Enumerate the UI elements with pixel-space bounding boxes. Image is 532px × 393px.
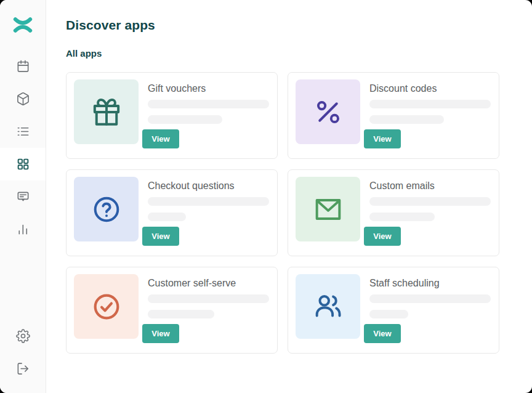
skeleton-bar	[148, 197, 269, 206]
calendar-icon	[16, 59, 30, 73]
page-title: Discover apps	[66, 18, 532, 33]
logo-icon	[12, 17, 33, 33]
sidebar-item-message[interactable]	[0, 180, 46, 213]
skeleton-bar	[148, 294, 269, 303]
view-button[interactable]: View	[142, 227, 179, 246]
sidebar-item-calendar[interactable]	[0, 50, 46, 83]
skeleton-bar	[369, 213, 435, 221]
mail-icon	[313, 194, 344, 225]
view-button[interactable]: View	[364, 227, 401, 246]
users-icon	[313, 291, 344, 322]
apps-grid: Gift vouchers View Discount codes View C…	[66, 72, 532, 354]
app-card-title: Customer self-serve	[148, 278, 270, 288]
app-card-body: Gift vouchers View	[148, 79, 270, 152]
sidebar-item-list[interactable]	[0, 115, 46, 148]
package-icon	[16, 92, 30, 106]
sidebar-item-settings[interactable]	[0, 320, 46, 352]
app-card: Gift vouchers View	[66, 72, 278, 159]
app-icon-tile	[74, 274, 139, 339]
sidebar	[0, 0, 46, 393]
app-card: Checkout questions View	[66, 169, 278, 256]
app-icon-tile	[296, 79, 360, 144]
apps-grid-icon	[16, 157, 30, 171]
app-icon-tile	[74, 177, 139, 241]
app-card-body: Staff scheduling View	[369, 274, 491, 346]
app-card-body: Customer self-serve View	[148, 274, 270, 346]
skeleton-bar	[369, 310, 408, 318]
app-window: Discover apps All apps Gift vouchers Vie…	[0, 0, 532, 393]
skeleton-bar	[369, 100, 491, 108]
settings-icon	[16, 329, 30, 343]
sidebar-item-logout[interactable]	[0, 352, 46, 385]
app-icon-tile	[296, 177, 360, 241]
view-button[interactable]: View	[142, 129, 179, 148]
view-button[interactable]: View	[142, 324, 179, 343]
app-card-title: Custom emails	[369, 180, 491, 191]
logout-icon	[16, 362, 30, 376]
app-card: Customer self-serve View	[66, 267, 278, 354]
skeleton-bar	[148, 100, 269, 108]
app-card: Custom emails View	[288, 169, 499, 256]
skeleton-bar	[369, 197, 491, 206]
view-button[interactable]: View	[364, 129, 401, 148]
app-icon-tile	[296, 274, 360, 339]
skeleton-bar	[148, 310, 214, 318]
app-card-title: Gift vouchers	[148, 83, 270, 94]
view-button[interactable]: View	[364, 324, 401, 343]
skeleton-bar	[369, 294, 491, 303]
app-card-body: Checkout questions View	[148, 177, 270, 249]
list-icon	[16, 124, 30, 139]
app-card: Discount codes View	[288, 72, 499, 159]
app-card-title: Checkout questions	[148, 180, 270, 191]
section-label: All apps	[66, 48, 532, 59]
app-card-title: Staff scheduling	[369, 278, 491, 288]
app-card: Staff scheduling View	[288, 267, 499, 354]
skeleton-bar	[148, 115, 222, 124]
main-content: Discover apps All apps Gift vouchers Vie…	[46, 0, 532, 393]
check-circle-icon	[91, 291, 122, 322]
skeleton-bar	[148, 213, 186, 221]
bar-chart-icon	[16, 222, 30, 237]
skeleton-bar	[369, 115, 444, 124]
sidebar-footer-nav	[0, 320, 46, 385]
app-card-body: Discount codes View	[369, 79, 491, 152]
question-circle-icon	[91, 194, 122, 225]
percent-icon	[313, 97, 344, 128]
message-icon	[16, 190, 30, 204]
sidebar-spacer	[0, 246, 46, 320]
sidebar-nav	[0, 50, 46, 246]
sidebar-item-bar-chart[interactable]	[0, 213, 46, 246]
app-logo[interactable]	[0, 0, 46, 50]
app-card-title: Discount codes	[369, 83, 491, 94]
app-card-body: Custom emails View	[369, 177, 491, 249]
app-icon-tile	[74, 79, 139, 144]
sidebar-item-package[interactable]	[0, 83, 46, 115]
gift-icon	[91, 97, 122, 128]
sidebar-item-apps-grid[interactable]	[0, 148, 46, 180]
